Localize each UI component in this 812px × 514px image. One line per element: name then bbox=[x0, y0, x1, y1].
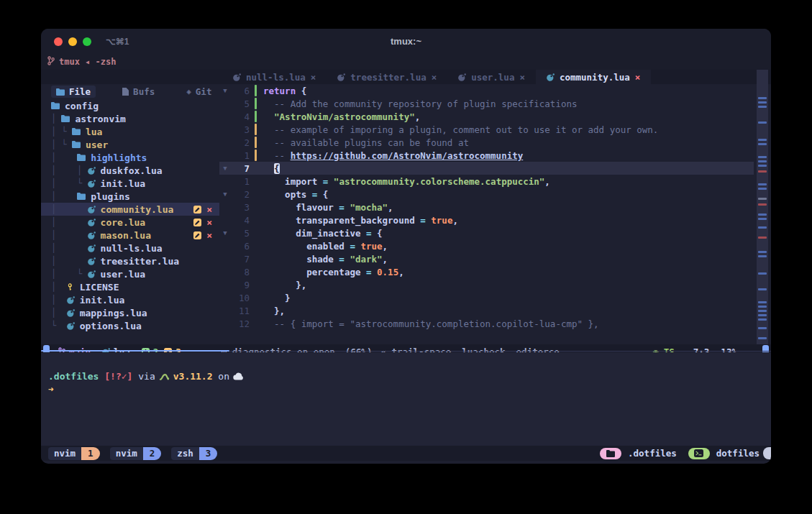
buffer-tab-user.lua[interactable]: user.lua× bbox=[447, 70, 536, 84]
pane-border-rest bbox=[229, 351, 771, 352]
close-buffer-icon[interactable]: × bbox=[311, 72, 316, 83]
line-number: 5 bbox=[231, 228, 255, 239]
explorer-tab-bufs[interactable]: Bufs bbox=[117, 86, 160, 98]
code-line[interactable]: ▼2 opts = { bbox=[219, 188, 754, 201]
tree-item-mason.lua[interactable]: │ mason.lua× bbox=[41, 229, 219, 242]
scrollbar-mark bbox=[758, 183, 767, 185]
tree-item-treesitter.lua[interactable]: │ treesitter.lua bbox=[41, 254, 219, 267]
lua-icon bbox=[88, 219, 96, 226]
tree-item-user.lua[interactable]: │ └ user.lua bbox=[41, 267, 219, 280]
code-line[interactable]: 8 percentage = 0.15, bbox=[219, 265, 754, 278]
code-line[interactable]: 3 -- example of imporing a plugin, comme… bbox=[219, 123, 754, 136]
minimize-window-button[interactable] bbox=[68, 37, 77, 46]
zoom-window-button[interactable] bbox=[83, 37, 91, 46]
editor-scrollbar[interactable] bbox=[757, 70, 768, 344]
code-line[interactable]: 4 transparent_background = true, bbox=[219, 214, 754, 226]
tree-item-user[interactable]: │ └ user bbox=[41, 138, 219, 151]
buffer-tab-treesitter.lua[interactable]: treesitter.lua× bbox=[327, 70, 447, 84]
code-text: -- { import = "astrocommunity.completion… bbox=[259, 318, 599, 329]
line-number: 8 bbox=[231, 267, 255, 277]
code-line[interactable]: ▼6return { bbox=[219, 84, 754, 97]
tmux-window-number: 3 bbox=[199, 447, 218, 460]
fold-chevron-icon[interactable]: ▼ bbox=[219, 191, 231, 198]
tree-item-lua[interactable]: │ └ lua bbox=[41, 125, 219, 138]
close-buffer-icon[interactable]: × bbox=[519, 72, 525, 83]
tree-item-LICENSE[interactable]: │ LICENSE bbox=[41, 280, 219, 293]
file-icon bbox=[122, 88, 129, 96]
code-line[interactable]: 3 flavour = "mocha", bbox=[219, 201, 754, 214]
tree-item-community.lua[interactable]: │ community.lua× bbox=[41, 203, 219, 216]
buffer-tab-null-ls.lua[interactable]: null-ls.lua× bbox=[222, 70, 327, 84]
code-text: "AstroNvim/astrocommunity", bbox=[259, 111, 420, 122]
code-line[interactable]: 11 }, bbox=[219, 304, 754, 317]
code-line[interactable]: ▼7 { bbox=[219, 162, 754, 175]
code-line[interactable]: 1 -- https://github.com/AstroNvim/astroc… bbox=[219, 149, 754, 162]
code-line[interactable]: 2 -- available plugins can be found at bbox=[219, 136, 754, 149]
tree-guide: │ bbox=[51, 308, 67, 318]
close-buffer-icon[interactable]: × bbox=[635, 72, 641, 83]
code-line[interactable]: 7 shade = "dark", bbox=[219, 252, 754, 265]
tree-item-plugins[interactable]: │ plugins bbox=[41, 190, 219, 203]
code-line[interactable]: 4 "AstroNvim/astrocommunity", bbox=[219, 110, 754, 123]
line-number: 7 bbox=[231, 163, 255, 174]
tmux-window-3[interactable]: zsh3 bbox=[171, 447, 217, 460]
code-editor[interactable]: ▼6return {5 -- Add the community reposit… bbox=[219, 84, 754, 330]
explorer-tab-file[interactable]: File bbox=[51, 86, 96, 98]
tree-guide: │ └ bbox=[51, 127, 72, 137]
fold-chevron-icon[interactable]: ▼ bbox=[219, 165, 231, 172]
code-line[interactable]: 10 } bbox=[219, 291, 754, 304]
tree-item-init.lua[interactable]: │ init.lua bbox=[41, 293, 219, 306]
code-line[interactable]: 9 }, bbox=[219, 278, 754, 291]
git-sign bbox=[255, 175, 257, 187]
code-line[interactable]: 6 enabled = true, bbox=[219, 239, 754, 252]
buffer-tab-label: treesitter.lua bbox=[350, 72, 426, 83]
close-buffer-icon[interactable]: × bbox=[432, 72, 437, 83]
shell-pane[interactable]: .dotfiles [!?✓] viav3.11.2 on ➜ bbox=[41, 352, 771, 446]
tree-item-config[interactable]: config bbox=[41, 99, 219, 112]
tmux-window-1[interactable]: nvim1 bbox=[48, 447, 100, 460]
tmux-window-number: 2 bbox=[143, 447, 162, 460]
code-line[interactable]: 5 -- Add the community repository of plu… bbox=[219, 97, 754, 110]
git-sign bbox=[255, 137, 257, 148]
prompt-plain: on bbox=[213, 371, 229, 382]
tree-item-label: init.lua bbox=[80, 295, 125, 306]
tree-item-mappings.lua[interactable]: │ mappings.lua bbox=[41, 306, 219, 319]
session-tab-title: tmux ◂ -zsh bbox=[59, 57, 116, 67]
tree-guide: │ bbox=[51, 191, 77, 201]
close-window-button[interactable] bbox=[54, 37, 63, 46]
code-line[interactable]: ▼5 dim_inactive = { bbox=[219, 226, 754, 239]
code-line[interactable]: 12 -- { import = "astrocommunity.complet… bbox=[219, 317, 754, 330]
fold-chevron-icon[interactable]: ▼ bbox=[219, 87, 231, 94]
scrollbar-mark bbox=[758, 170, 767, 173]
code-line[interactable]: 1 import = "astrocommunity.colorscheme.c… bbox=[219, 175, 754, 188]
terminal-tab-bar[interactable]: tmux ◂ -zsh bbox=[41, 54, 771, 70]
buffer-tab-community.lua[interactable]: community.lua× bbox=[536, 70, 651, 84]
tree-item-init.lua[interactable]: │ └ init.lua bbox=[41, 177, 219, 190]
scrollbar-mark bbox=[758, 327, 767, 329]
tmux-pane-border[interactable] bbox=[41, 350, 771, 352]
tree-guide: │ bbox=[51, 256, 88, 266]
lua-icon bbox=[67, 296, 75, 304]
tree-item-null-ls.lua[interactable]: │ null-ls.lua bbox=[41, 242, 219, 254]
git-sign bbox=[255, 98, 257, 109]
git-sign bbox=[255, 188, 257, 200]
code-text: dim_inactive = { bbox=[259, 228, 383, 239]
tree-item-duskfox.lua[interactable]: │ │ duskfox.lua bbox=[41, 164, 219, 177]
scrollbar-mark bbox=[758, 139, 767, 141]
explorer-source-tabs: FileBufs◈Git bbox=[41, 84, 219, 99]
tree-item-core.lua[interactable]: │ core.lua× bbox=[41, 216, 219, 229]
fold-chevron-icon[interactable]: ▼ bbox=[219, 229, 231, 237]
tree-item-options.lua[interactable]: └ options.lua bbox=[41, 319, 219, 332]
tree-item-highlights[interactable]: │ highlights bbox=[41, 151, 219, 164]
tmux-window-2[interactable]: nvim2 bbox=[110, 447, 162, 460]
explorer-tab-git[interactable]: ◈Git bbox=[181, 86, 216, 98]
scrollbar-mark bbox=[758, 272, 767, 275]
scrollbar-mark bbox=[758, 314, 767, 316]
folder-icon bbox=[77, 193, 86, 200]
tree-item-label: highlights bbox=[91, 152, 147, 163]
lua-icon bbox=[88, 231, 96, 239]
tree-item-astronvim[interactable]: │ astronvim bbox=[41, 112, 219, 125]
scrollbar-mark bbox=[758, 188, 767, 190]
tree-item-badges: × bbox=[193, 231, 212, 240]
code-text: -- example of imporing a plugin, comment… bbox=[259, 124, 658, 135]
